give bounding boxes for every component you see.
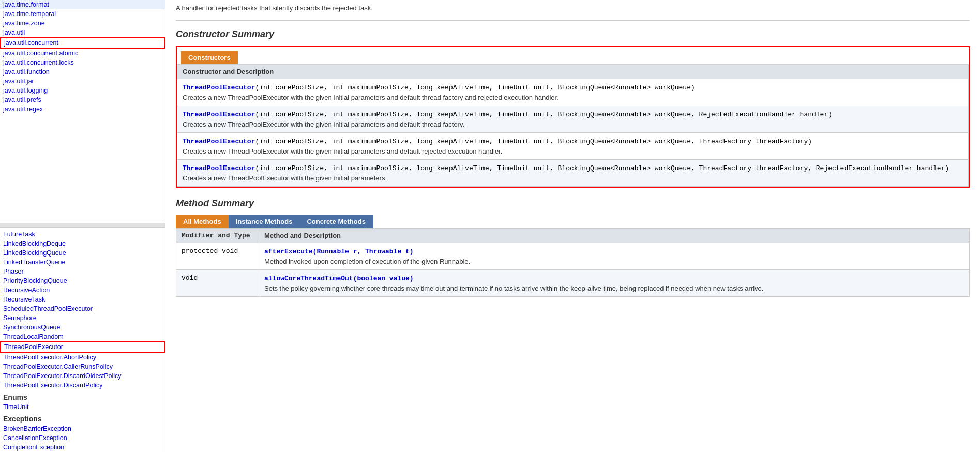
- sidebar-package-item[interactable]: java.util.jar: [0, 77, 165, 86]
- constructor-params: (int corePoolSize, int maximumPoolSize, …: [255, 164, 949, 172]
- sidebar-package-item[interactable]: java.util.concurrent.locks: [0, 58, 165, 67]
- sidebar-class-item[interactable]: LinkedTransferQueue: [0, 258, 165, 267]
- sidebar-class-item[interactable]: Phaser: [0, 267, 165, 276]
- sidebar-class-item[interactable]: SynchronousQueue: [0, 323, 165, 332]
- sidebar-package-item[interactable]: java.util.prefs: [0, 95, 165, 104]
- table-row: ThreadPoolExecutor(int corePoolSize, int…: [177, 106, 969, 133]
- exceptions-header: Exceptions: [0, 412, 165, 424]
- table-row: protected voidafterExecute(Runnable r, T…: [176, 243, 970, 270]
- method-desc-text: Method invoked upon completion of execut…: [264, 258, 964, 265]
- method-summary-title: Method Summary: [176, 198, 970, 209]
- sidebar-class-item[interactable]: FutureTask: [0, 230, 165, 239]
- constructor-params: (int corePoolSize, int maximumPoolSize, …: [255, 84, 695, 92]
- constructor-description: Creates a new ThreadPoolExecutor with th…: [183, 174, 963, 182]
- constructor-description: Creates a new ThreadPoolExecutor with th…: [183, 147, 963, 155]
- sidebar-class-item[interactable]: ThreadPoolExecutor.DiscardOldestPolicy: [0, 371, 165, 381]
- sidebar-package-item[interactable]: java.time.format: [0, 0, 165, 9]
- table-row: ThreadPoolExecutor(int corePoolSize, int…: [177, 133, 969, 160]
- sidebar: java.time.formatjava.time.temporaljava.t…: [0, 0, 165, 452]
- sidebar-package-item[interactable]: java.util: [0, 28, 165, 37]
- table-row: ThreadPoolExecutor(int corePoolSize, int…: [177, 160, 969, 187]
- constructor-cell: ThreadPoolExecutor(int corePoolSize, int…: [177, 79, 969, 106]
- constructor-cell: ThreadPoolExecutor(int corePoolSize, int…: [177, 160, 969, 187]
- sidebar-class-item[interactable]: PriorityBlockingQueue: [0, 276, 165, 285]
- method-name-link[interactable]: afterExecute(Runnable r, Throwable t): [264, 248, 414, 255]
- method-modifier: void: [176, 270, 259, 297]
- constructor-summary-title: Constructor Summary: [176, 29, 970, 40]
- sidebar-class-item[interactable]: ThreadLocalRandom: [0, 332, 165, 341]
- sidebar-class-item[interactable]: Semaphore: [0, 313, 165, 323]
- sidebar-class-item[interactable]: LinkedBlockingQueue: [0, 248, 165, 258]
- sidebar-class-item[interactable]: RecursiveTask: [0, 295, 165, 304]
- method-description-cell: allowCoreThreadTimeOut(boolean value)Set…: [259, 270, 970, 297]
- method-col-modifier: Modifier and Type: [176, 229, 259, 243]
- constructor-link[interactable]: ThreadPoolExecutor: [183, 111, 255, 118]
- constructor-params: (int corePoolSize, int maximumPoolSize, …: [255, 138, 812, 145]
- sidebar-class-item[interactable]: ThreadPoolExecutor.DiscardPolicy: [0, 381, 165, 390]
- method-description-cell: afterExecute(Runnable r, Throwable t)Met…: [259, 243, 970, 270]
- sidebar-package-item[interactable]: java.util.concurrent: [0, 37, 165, 49]
- sidebar-class-item[interactable]: ThreadPoolExecutor: [0, 341, 165, 353]
- table-row: voidallowCoreThreadTimeOut(boolean value…: [176, 270, 970, 297]
- constructor-table: Constructor and Description ThreadPoolEx…: [177, 64, 969, 187]
- modifier-text: void: [182, 274, 198, 282]
- sidebar-divider: [0, 223, 165, 227]
- constructor-link[interactable]: ThreadPoolExecutor: [183, 164, 255, 172]
- method-modifier: protected void: [176, 243, 259, 270]
- method-name-link[interactable]: allowCoreThreadTimeOut(boolean value): [264, 275, 414, 282]
- table-row: ThreadPoolExecutor(int corePoolSize, int…: [177, 79, 969, 106]
- constructor-params: (int corePoolSize, int maximumPoolSize, …: [255, 111, 832, 118]
- sidebar-packages-section: java.time.formatjava.time.temporaljava.t…: [0, 0, 165, 223]
- method-tabs-container: All MethodsInstance MethodsConcrete Meth…: [176, 215, 970, 228]
- sidebar-exception-item[interactable]: CancellationException: [0, 433, 165, 443]
- sidebar-package-item[interactable]: java.util.function: [0, 67, 165, 77]
- method-tab-button[interactable]: All Methods: [176, 215, 229, 228]
- constructors-tab[interactable]: Constructors: [181, 51, 238, 64]
- exception-list: BrokenBarrierExceptionCancellationExcept…: [0, 424, 165, 453]
- intro-text: A handler for rejected tasks that silent…: [176, 0, 970, 21]
- method-col-description: Method and Description: [259, 229, 970, 243]
- sidebar-class-item[interactable]: RecursiveAction: [0, 285, 165, 295]
- constructor-tbody: ThreadPoolExecutor(int corePoolSize, int…: [177, 79, 969, 187]
- sidebar-package-item[interactable]: java.time.zone: [0, 19, 165, 28]
- main-content: A handler for rejected tasks that silent…: [165, 0, 980, 452]
- constructor-box: Constructors Constructor and Description…: [176, 46, 970, 188]
- sidebar-package-item[interactable]: java.util.logging: [0, 86, 165, 95]
- method-tab-button[interactable]: Concrete Methods: [299, 215, 372, 228]
- sidebar-class-item[interactable]: ScheduledThreadPoolExecutor: [0, 304, 165, 313]
- sidebar-exception-item[interactable]: CompletionException: [0, 443, 165, 452]
- constructor-description: Creates a new ThreadPoolExecutor with th…: [183, 120, 963, 128]
- enum-list: TimeUnit: [0, 402, 165, 412]
- enums-header: Enums: [0, 390, 165, 402]
- sidebar-class-item[interactable]: LinkedBlockingDeque: [0, 239, 165, 248]
- method-table: Modifier and Type Method and Description…: [176, 228, 970, 297]
- sidebar-exception-item[interactable]: BrokenBarrierException: [0, 424, 165, 433]
- modifier-text: protected void: [182, 247, 238, 255]
- method-tbody: protected voidafterExecute(Runnable r, T…: [176, 243, 970, 297]
- sidebar-package-item[interactable]: java.util.concurrent.atomic: [0, 49, 165, 58]
- constructor-description: Creates a new ThreadPoolExecutor with th…: [183, 94, 963, 101]
- method-tab-button[interactable]: Instance Methods: [229, 215, 300, 228]
- constructor-link[interactable]: ThreadPoolExecutor: [183, 138, 255, 145]
- class-list: FutureTaskLinkedBlockingDequeLinkedBlock…: [0, 230, 165, 390]
- sidebar-package-item[interactable]: java.util.regex: [0, 104, 165, 114]
- method-desc-text: Sets the policy governing whether core t…: [264, 284, 964, 292]
- constructor-table-header: Constructor and Description: [177, 65, 969, 79]
- sidebar-classes-section: FutureTaskLinkedBlockingDequeLinkedBlock…: [0, 227, 165, 453]
- sidebar-class-item[interactable]: ThreadPoolExecutor.AbortPolicy: [0, 353, 165, 362]
- constructor-cell: ThreadPoolExecutor(int corePoolSize, int…: [177, 133, 969, 160]
- sidebar-enum-item[interactable]: TimeUnit: [0, 402, 165, 412]
- sidebar-package-item[interactable]: java.time.temporal: [0, 9, 165, 19]
- constructor-link[interactable]: ThreadPoolExecutor: [183, 84, 255, 92]
- package-list: java.time.formatjava.time.temporaljava.t…: [0, 0, 165, 114]
- sidebar-class-item[interactable]: ThreadPoolExecutor.CallerRunsPolicy: [0, 362, 165, 371]
- constructor-cell: ThreadPoolExecutor(int corePoolSize, int…: [177, 106, 969, 133]
